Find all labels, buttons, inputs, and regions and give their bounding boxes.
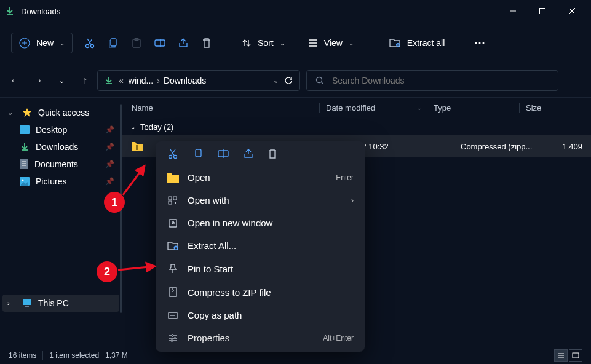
- svg-rect-13: [20, 125, 30, 134]
- sidebar-label: Pictures: [36, 176, 67, 186]
- context-properties[interactable]: Properties Alt+Enter: [156, 326, 365, 349]
- zip-icon: [132, 142, 143, 151]
- toolbar-divider: [224, 34, 224, 52]
- new-window-icon: [167, 218, 179, 228]
- context-toolbar: [156, 141, 365, 166]
- column-size[interactable]: Size: [519, 103, 591, 113]
- minimize-button[interactable]: [499, 1, 527, 21]
- more-icon: [474, 41, 485, 45]
- svg-rect-25: [173, 197, 177, 200]
- rename-icon[interactable]: [154, 37, 166, 49]
- svg-point-12: [317, 77, 322, 82]
- context-copy-path[interactable]: Copy as path: [156, 304, 365, 326]
- navigation-bar: ← → ⌄ ↑ « wind... › Downloads ⌄: [0, 64, 591, 98]
- svg-rect-17: [23, 299, 31, 305]
- group-header[interactable]: ⌄ Today (2): [122, 119, 591, 135]
- paste-icon[interactable]: [130, 37, 143, 49]
- chevron-down-icon: ⌄: [7, 109, 16, 117]
- sidebar-item-desktop[interactable]: Desktop 📌: [2, 121, 119, 138]
- status-count: 16 items: [9, 351, 36, 360]
- documents-icon: [20, 159, 28, 169]
- delete-icon[interactable]: [268, 148, 277, 159]
- refresh-button[interactable]: [284, 76, 293, 85]
- svg-point-2: [86, 45, 89, 48]
- sidebar-quick-access[interactable]: ⌄ Quick access: [2, 104, 119, 121]
- context-pin[interactable]: Pin to Start: [156, 257, 365, 280]
- rename-icon[interactable]: [217, 148, 229, 159]
- close-button[interactable]: [558, 1, 586, 21]
- svg-rect-23: [218, 151, 228, 157]
- details-view-button[interactable]: [554, 349, 568, 362]
- pin-icon: 📌: [105, 160, 114, 168]
- view-icon: [308, 39, 318, 47]
- titlebar: Downloads: [0, 0, 591, 22]
- svg-rect-24: [169, 197, 172, 200]
- context-open-with[interactable]: Open with ›: [156, 189, 365, 212]
- share-icon[interactable]: [243, 148, 254, 159]
- status-selected: 1 item selected: [49, 351, 99, 360]
- chevron-down-icon: ⌄: [130, 124, 135, 130]
- back-button[interactable]: ←: [9, 74, 21, 87]
- recent-button[interactable]: ⌄: [55, 74, 68, 87]
- toolbar: New ⌄ Sort ⌄ View ⌄ Extract all: [0, 22, 591, 64]
- properties-icon: [167, 334, 179, 342]
- copy-path-icon: [167, 311, 179, 320]
- more-button[interactable]: [468, 38, 491, 49]
- sidebar-label: This PC: [38, 298, 69, 308]
- svg-point-11: [483, 42, 485, 44]
- breadcrumb-segment[interactable]: wind...: [129, 76, 153, 85]
- svg-rect-4: [111, 39, 116, 46]
- svg-point-3: [91, 45, 94, 48]
- pin-icon: [167, 263, 179, 274]
- search-icon: [315, 76, 325, 85]
- sidebar-item-downloads[interactable]: Downloads 📌: [2, 138, 119, 156]
- annotation-arrow-2: [117, 261, 160, 275]
- sort-button[interactable]: Sort ⌄: [236, 34, 291, 52]
- folder-icon: [167, 173, 179, 183]
- pin-icon: 📌: [105, 177, 114, 186]
- address-dropdown[interactable]: ⌄: [273, 77, 279, 85]
- sidebar-item-documents[interactable]: Documents 📌: [2, 156, 119, 173]
- sidebar-label: Downloads: [36, 142, 78, 152]
- extract-icon: [389, 38, 401, 48]
- delete-icon[interactable]: [200, 37, 213, 49]
- column-name[interactable]: Name: [132, 103, 319, 113]
- sidebar-this-pc[interactable]: › This PC: [2, 295, 119, 312]
- thumbnails-view-button[interactable]: [569, 349, 582, 362]
- view-toggles: [554, 349, 582, 362]
- copy-icon[interactable]: [107, 37, 119, 49]
- up-button[interactable]: ↑: [79, 74, 91, 87]
- context-new-window[interactable]: Open in new window: [156, 212, 365, 234]
- context-compress[interactable]: Compress to ZIP file: [156, 280, 365, 304]
- search-box[interactable]: [306, 70, 558, 91]
- nav-arrows: ← → ⌄ ↑: [9, 74, 91, 87]
- extract-label: Extract all: [407, 38, 445, 48]
- forward-button[interactable]: →: [32, 74, 44, 87]
- svg-point-21: [174, 156, 177, 159]
- svg-rect-19: [136, 145, 138, 150]
- extract-button[interactable]: Extract all: [383, 34, 451, 52]
- address-bar[interactable]: « wind... › Downloads ⌄: [97, 70, 300, 91]
- chevron-right-icon: ›: [7, 299, 16, 307]
- new-button[interactable]: New ⌄: [11, 33, 73, 53]
- context-open[interactable]: Open Enter: [156, 166, 365, 189]
- app-icon: [5, 6, 15, 16]
- maximize-button[interactable]: [528, 1, 557, 21]
- pin-icon: 📌: [105, 125, 114, 134]
- breadcrumb-segment[interactable]: Downloads: [164, 76, 206, 85]
- status-size: 1,37 M: [105, 351, 128, 360]
- cut-icon[interactable]: [84, 37, 96, 49]
- copy-icon[interactable]: [192, 148, 204, 159]
- sidebar-item-pictures[interactable]: Pictures 📌: [2, 173, 119, 190]
- view-button[interactable]: View ⌄: [302, 34, 360, 52]
- column-date[interactable]: Date modified⌄: [319, 103, 427, 113]
- svg-point-32: [174, 337, 176, 339]
- column-type[interactable]: Type: [427, 103, 519, 113]
- cut-icon[interactable]: [167, 148, 179, 160]
- annotation-2: 2: [97, 261, 117, 282]
- chevron-down-icon: ⌄: [280, 40, 285, 47]
- search-input[interactable]: [332, 76, 549, 85]
- share-icon[interactable]: [177, 37, 189, 49]
- context-extract-all[interactable]: Extract All...: [156, 234, 365, 257]
- svg-point-9: [475, 42, 477, 44]
